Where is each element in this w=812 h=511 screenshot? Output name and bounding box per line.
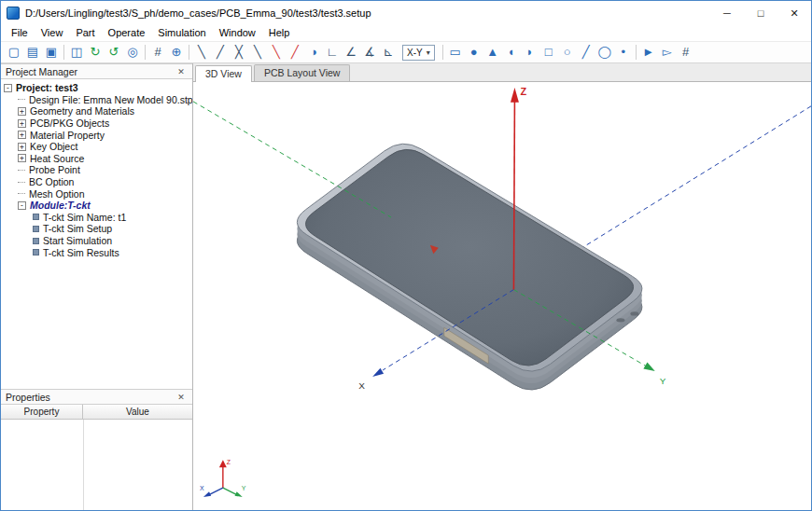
properties-column-headers: Property Value [1, 405, 192, 420]
tree-item-geometry[interactable]: + Geometry and Materials [1, 105, 192, 117]
tree-item-project[interactable]: - Project: test3 [1, 82, 192, 94]
shape-square-icon[interactable]: □ [539, 43, 558, 62]
tree-item-start-simulation[interactable]: Start Simulation [1, 235, 192, 247]
tree-branch-line [18, 193, 25, 194]
tree-branch-line [18, 99, 25, 100]
expander-icon[interactable]: + [18, 143, 26, 151]
expander-icon[interactable]: - [18, 201, 26, 210]
expander-icon[interactable]: + [18, 131, 26, 139]
sim-item-icon [33, 226, 39, 232]
tree-item-label: Start Simulation [43, 235, 112, 246]
refresh-model-icon[interactable]: ↻ [86, 43, 105, 62]
project-manager-close-icon[interactable]: ✕ [175, 67, 188, 76]
measure-line-icon[interactable]: ╲ [267, 43, 286, 62]
tree-item-design-file[interactable]: Design File: Emma New Model 90.stp [1, 94, 192, 106]
shape-half-right-icon[interactable]: ◗ [521, 43, 539, 62]
draw-polyline-icon[interactable]: ╳ [230, 43, 248, 62]
rebuild-model-icon[interactable]: ↺ [105, 43, 123, 62]
triad-x-label: X [200, 485, 204, 491]
shape-half-left-icon[interactable]: ◖ [502, 43, 521, 62]
shape-point-icon[interactable]: • [614, 43, 633, 62]
hide-show-icon[interactable]: ◑ [304, 43, 323, 62]
open-file-icon[interactable]: ▤ [23, 43, 42, 62]
shape-cone-icon[interactable]: ▲ [483, 43, 502, 62]
app-window: D:/Users/Lingling/test3/S_ph/demo_cases/… [0, 0, 812, 511]
properties-close-icon[interactable]: ✕ [175, 393, 188, 402]
tree-item-tckt-sim-setup[interactable]: T-ckt Sim Setup [1, 223, 192, 235]
properties-column-divider [83, 420, 84, 510]
tree-item-pcb-pkg[interactable]: + PCB/PKG Objects [1, 117, 192, 130]
tree-item-probe-point[interactable]: Probe Point [1, 164, 192, 176]
tree-item-label: Geometry and Materials [30, 105, 134, 117]
phone-model[interactable] [297, 144, 642, 390]
shape-cuboid-icon[interactable]: ▭ [446, 43, 465, 62]
viewport-canvas[interactable]: Z X Y Z Y X [193, 82, 811, 510]
menu-part[interactable]: Part [69, 25, 101, 41]
viewport-3d[interactable]: Z X Y Z Y X [193, 82, 811, 510]
phone-side-button [616, 318, 624, 322]
dimension-right-angle-icon[interactable]: ∟ [323, 43, 342, 62]
pan-view-icon[interactable]: ⊕ [167, 43, 186, 62]
expander-icon[interactable]: - [4, 84, 12, 92]
view-plane-value: X-Y [407, 48, 423, 58]
zoom-window-icon[interactable]: ◎ [123, 43, 142, 62]
maximize-button[interactable]: □ [744, 1, 777, 25]
properties-title: Properties [6, 392, 50, 403]
tree-item-module-tckt[interactable]: - Module:T-ckt [1, 200, 192, 212]
dimension-measured-angle-icon[interactable]: ∡ [360, 43, 379, 62]
menu-operate[interactable]: Operate [102, 25, 152, 41]
view-tab-bar: 3D View PCB Layout View [193, 63, 811, 82]
toolbar-separator [189, 45, 189, 60]
cascade-windows-icon[interactable]: ◫ [67, 43, 86, 62]
value-column-header[interactable]: Value [83, 405, 192, 419]
draw-line-alt-icon[interactable]: ╱ [211, 43, 230, 62]
measure-line-alt-icon[interactable]: ╱ [286, 43, 304, 62]
tree-item-tckt-sim-name[interactable]: T-ckt Sim Name: t1 [1, 212, 192, 224]
tab-pcb-layout-view[interactable]: PCB Layout View [254, 64, 351, 81]
menu-view[interactable]: View [35, 25, 70, 41]
snap-grid-icon[interactable]: # [148, 43, 167, 62]
menu-file[interactable]: File [5, 25, 35, 41]
tree-item-material-property[interactable]: + Material Property [1, 129, 192, 141]
run-forward-icon[interactable]: ► [639, 43, 658, 62]
dimension-arc-angle-icon[interactable]: ⊾ [379, 43, 398, 62]
menu-window[interactable]: Window [213, 25, 262, 41]
draw-arc-icon[interactable]: ╲ [248, 43, 267, 62]
view-plane-select[interactable]: X-Y ▾ [402, 45, 435, 61]
tree-item-label: Design File: Emma New Model 90.stp [29, 94, 192, 105]
tree-item-mesh-option[interactable]: Mesh Option [1, 187, 192, 200]
toolbar-separator [442, 45, 443, 60]
dimension-angle-icon[interactable]: ∠ [342, 43, 360, 62]
expander-icon[interactable]: + [18, 107, 26, 116]
expander-icon[interactable]: + [18, 119, 26, 128]
shape-ellipsoid-icon[interactable]: ◯ [595, 43, 614, 62]
tree-item-bc-option[interactable]: BC Option [1, 176, 192, 188]
y-axis-line [193, 102, 391, 217]
shape-sphere-icon[interactable]: ● [465, 43, 483, 62]
close-button[interactable]: ✕ [777, 1, 811, 25]
run-outline-icon[interactable]: ▻ [658, 43, 677, 62]
shape-line-icon[interactable]: ╱ [577, 43, 595, 62]
new-file-icon[interactable]: ▢ [5, 43, 23, 62]
mesh-grid-icon[interactable]: # [677, 43, 695, 62]
expander-icon[interactable]: + [18, 154, 26, 162]
tree-branch-line [18, 182, 25, 183]
tree-item-label: Material Property [30, 130, 105, 141]
draw-line-icon[interactable]: ╲ [192, 43, 211, 62]
tree-item-tckt-sim-results[interactable]: T-ckt Sim Results [1, 246, 192, 258]
tab-3d-view[interactable]: 3D View [195, 65, 252, 82]
property-column-header[interactable]: Property [1, 405, 83, 419]
tree-item-key-object[interactable]: + Key Object [1, 141, 192, 153]
project-manager-header: Project Manager ✕ [1, 63, 192, 79]
tree-branch-line [18, 170, 25, 171]
title-bar: D:/Users/Lingling/test3/S_ph/demo_cases/… [1, 1, 811, 25]
tree-item-heat-source[interactable]: + Heat Source [1, 153, 192, 165]
window-controls: ─ □ ✕ [710, 1, 811, 25]
menu-help[interactable]: Help [262, 25, 297, 41]
phone-side-button [630, 311, 638, 315]
menu-simulation[interactable]: Simulation [151, 25, 212, 41]
shape-circle-icon[interactable]: ○ [558, 43, 577, 62]
save-file-icon[interactable]: ▣ [42, 43, 61, 62]
minimize-button[interactable]: ─ [710, 1, 744, 25]
tree-item-label: Module:T-ckt [30, 200, 91, 211]
